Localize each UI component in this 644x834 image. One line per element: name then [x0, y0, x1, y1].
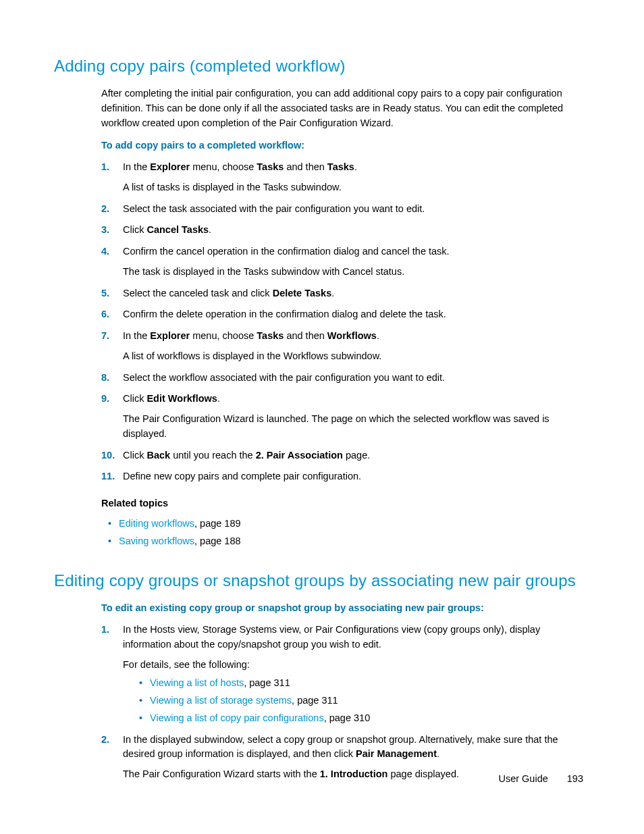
- link-saving-workflows[interactable]: Saving workflows: [119, 536, 194, 546]
- step-subtext: A list of tasks is displayed in the Task…: [123, 180, 583, 195]
- text: In the displayed subwindow, select a cop…: [123, 734, 558, 760]
- step-7: In the Explorer menu, choose Tasks and t…: [101, 329, 583, 364]
- text: Click: [123, 450, 146, 461]
- edit-workflows: Edit Workflows: [146, 393, 217, 404]
- tasks: Tasks: [257, 161, 284, 172]
- step-4: Confirm the cancel operation in the conf…: [101, 244, 583, 280]
- procedure-heading: To edit an existing copy group or snapsh…: [101, 601, 583, 616]
- tasks: Tasks: [327, 161, 354, 172]
- page-ref: , page 311: [244, 677, 290, 688]
- text: menu, choose: [190, 330, 257, 341]
- section-body: After completing the initial pair config…: [101, 86, 583, 548]
- text: and then: [284, 330, 327, 341]
- step-9: Click Edit Workflows. The Pair Configura…: [101, 392, 583, 441]
- text: .: [217, 393, 220, 404]
- step-2: Select the task associated with the pair…: [101, 202, 583, 217]
- procedure-steps: In the Hosts view, Storage Systems view,…: [101, 623, 583, 782]
- introduction: 1. Introduction: [320, 768, 388, 779]
- link-viewing-storage-systems[interactable]: Viewing a list of storage systems: [150, 695, 292, 706]
- sub-bullet: Viewing a list of storage systems, page …: [135, 694, 583, 708]
- text: In the Hosts view, Storage Systems view,…: [123, 624, 540, 650]
- page-number: 193: [567, 773, 583, 784]
- text: .: [437, 748, 439, 759]
- step-1: In the Explorer menu, choose Tasks and t…: [101, 160, 583, 195]
- text: page.: [343, 450, 370, 461]
- step-1: In the Hosts view, Storage Systems view,…: [101, 623, 583, 726]
- cancel-tasks: Cancel Tasks: [146, 224, 209, 235]
- text: .: [331, 288, 334, 298]
- procedure-steps: In the Explorer menu, choose Tasks and t…: [101, 160, 583, 484]
- text: In the: [123, 161, 150, 172]
- sub-bullet: Viewing a list of copy pair configuratio…: [135, 711, 583, 726]
- text: Select the canceled task and click: [123, 288, 273, 298]
- text: menu, choose: [190, 161, 257, 172]
- step-3: Click Cancel Tasks.: [101, 223, 583, 238]
- page-ref: , page 311: [292, 695, 338, 706]
- intro-paragraph: After completing the initial pair config…: [101, 86, 583, 130]
- text: Click: [123, 224, 146, 235]
- step-11: Define new copy pairs and complete pair …: [101, 469, 583, 484]
- related-item: Editing workflows, page 189: [104, 517, 583, 531]
- link-editing-workflows[interactable]: Editing workflows: [119, 518, 194, 529]
- step-6: Confirm the delete operation in the conf…: [101, 307, 583, 322]
- link-viewing-hosts[interactable]: Viewing a list of hosts: [150, 677, 244, 688]
- step-subtext: The task is displayed in the Tasks subwi…: [123, 265, 583, 280]
- text: Click: [123, 393, 146, 404]
- sub-bullets: Viewing a list of hosts, page 311 Viewin…: [135, 676, 583, 725]
- step-subtext: For details, see the following:: [123, 658, 583, 673]
- step-8: Select the workflow associated with the …: [101, 371, 583, 386]
- related-topics-list: Editing workflows, page 189 Saving workf…: [104, 517, 583, 549]
- sub-bullet: Viewing a list of hosts, page 311: [135, 676, 583, 691]
- section-heading-editing-copy-groups: Editing copy groups or snapshot groups b…: [54, 569, 583, 593]
- explorer: Explorer: [150, 161, 190, 172]
- section-body: To edit an existing copy group or snapsh…: [101, 601, 583, 782]
- explorer: Explorer: [150, 330, 190, 341]
- page-ref: , page 189: [194, 518, 241, 529]
- page-footer: User Guide 193: [498, 772, 583, 787]
- back: Back: [146, 450, 170, 461]
- text: .: [354, 161, 357, 172]
- step-subtext: A list of workflows is displayed in the …: [123, 349, 583, 364]
- pair-management: Pair Management: [356, 748, 437, 759]
- section-heading-adding-copy-pairs: Adding copy pairs (completed workflow): [54, 54, 583, 78]
- text: until you reach the: [170, 450, 256, 461]
- related-topics-heading: Related topics: [101, 496, 583, 511]
- page-ref: , page 310: [324, 712, 371, 723]
- text: In the: [123, 330, 150, 341]
- pair-association: 2. Pair Association: [256, 450, 343, 461]
- text: .: [209, 224, 211, 235]
- text: Confirm the cancel operation in the conf…: [123, 246, 450, 257]
- tasks: Tasks: [257, 330, 284, 341]
- link-viewing-copy-pair-configs[interactable]: Viewing a list of copy pair configuratio…: [150, 712, 324, 723]
- document-page: Adding copy pairs (completed workflow) A…: [0, 0, 644, 834]
- procedure-heading: To add copy pairs to a completed workflo…: [101, 138, 583, 153]
- text: The Pair Configuration Wizard starts wit…: [123, 768, 320, 779]
- workflows: Workflows: [327, 330, 377, 341]
- text: page displayed.: [387, 768, 459, 779]
- related-item: Saving workflows, page 188: [104, 534, 583, 549]
- footer-label: User Guide: [498, 773, 547, 784]
- step-5: Select the canceled task and click Delet…: [101, 286, 583, 301]
- step-10: Click Back until you reach the 2. Pair A…: [101, 448, 583, 463]
- page-ref: , page 188: [194, 536, 241, 546]
- step-subtext: The Pair Configuration Wizard is launche…: [123, 412, 583, 442]
- text: and then: [284, 161, 327, 172]
- delete-tasks: Delete Tasks: [273, 288, 332, 298]
- text: .: [377, 330, 379, 341]
